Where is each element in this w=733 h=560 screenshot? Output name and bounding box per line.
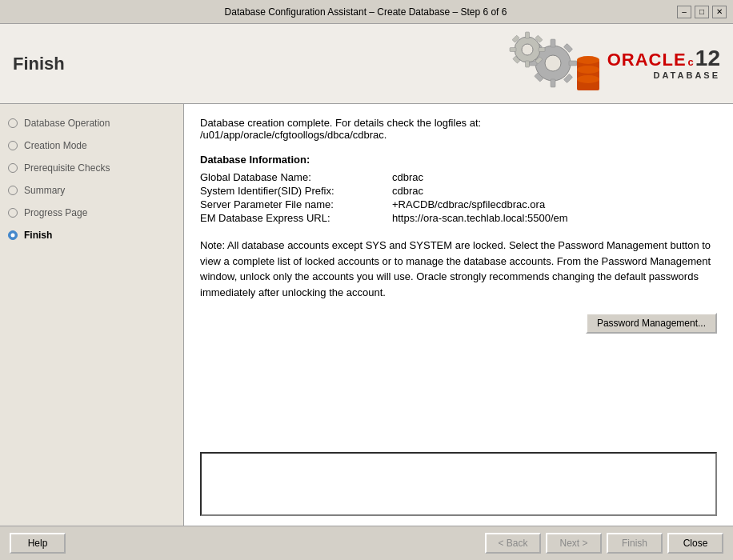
completion-message: Database creation complete. For details … [200,117,717,141]
maximize-button[interactable]: □ [695,6,709,18]
step-icon-2 [6,139,19,152]
header: Finish [0,24,733,104]
svg-rect-15 [510,48,516,52]
step-icon-6 [6,229,19,242]
db-info-row: System Identifier(SID) Prefix:cdbrac [200,184,568,198]
step-icon-3 [6,162,19,174]
main-window: Finish [0,24,733,560]
step-icon-5 [6,206,19,219]
sidebar-item-progress-page[interactable]: Progress Page [0,202,183,224]
db-info-value: +RACDB/cdbrac/spfilecdbrac.ora [392,198,568,211]
title-bar: Database Configuration Assistant – Creat… [0,0,733,24]
completion-line2: /u01/app/oracle/cfgtoollogs/dbca/cdbrac. [200,129,717,141]
db-info-label: System Identifier(SID) Prefix: [200,184,392,198]
svg-point-23 [577,75,599,83]
minimize-button[interactable]: – [677,6,691,18]
sidebar-item-finish[interactable]: Finish [0,224,183,246]
footer-left: Help [10,533,66,554]
oracle-db-label: DATABASE [654,70,720,80]
sidebar-item-prerequisite-checks[interactable]: Prerequisite Checks [0,157,183,179]
body: Database Operation Creation Mode Prerequ… [0,104,733,526]
sidebar-item-creation-mode[interactable]: Creation Mode [0,134,183,157]
step-icon-4 [6,184,19,197]
svg-point-1 [545,55,561,71]
password-btn-row: Password Management... [200,313,717,334]
db-info-section: Database Information: Global Database Na… [200,154,717,225]
db-info-value: https://ora-scan.techlab.local:5500/em [392,211,568,225]
oracle-brand-text: ORACLE [607,50,687,70]
svg-rect-2 [551,39,555,47]
password-management-button[interactable]: Password Management... [586,313,717,334]
sidebar-label-creation-mode: Creation Mode [24,140,87,151]
oracle-version-suffix: c [688,57,694,67]
svg-point-21 [577,56,599,64]
svg-rect-4 [569,61,577,66]
close-window-button[interactable]: ✕ [712,6,727,18]
svg-point-22 [577,66,599,74]
footer-right: < Back Next > Finish Close [485,533,723,554]
next-button[interactable]: Next > [546,533,602,554]
completion-line1: Database creation complete. For details … [200,117,717,129]
db-info-row: Global Database Name:cdbrac [200,170,568,184]
db-info-label: Global Database Name: [200,170,392,184]
finish-button[interactable]: Finish [607,533,663,554]
svg-rect-12 [525,32,529,38]
svg-rect-3 [551,79,555,87]
content-body: Database creation complete. For details … [184,104,733,446]
db-info-label: EM Database Express URL: [200,211,392,225]
title-bar-text: Database Configuration Assistant – Creat… [54,6,677,18]
sidebar-label-finish: Finish [24,230,52,241]
sidebar-item-summary[interactable]: Summary [0,179,183,202]
step-icon-1 [6,117,19,130]
svg-rect-13 [525,61,529,67]
oracle-version: 12 [695,47,720,70]
db-info-value: cdbrac [392,170,568,184]
db-info-row: EM Database Express URL:https://ora-scan… [200,211,568,225]
back-button[interactable]: < Back [485,533,541,554]
sidebar-label-summary: Summary [24,185,65,196]
footer: Help < Back Next > Finish Close [0,526,733,560]
sidebar-item-database-operation[interactable]: Database Operation [0,112,183,134]
db-info-table: Global Database Name:cdbracSystem Identi… [200,170,568,225]
db-info-title: Database Information: [200,154,717,166]
note-section: Note: All database accounts except SYS a… [200,238,717,300]
sidebar: Database Operation Creation Mode Prerequ… [0,104,184,526]
oracle-text-logo: ORACLE c 12 DATABASE [607,47,720,80]
oracle-logo: ORACLE c 12 DATABASE [497,30,720,98]
svg-point-11 [522,44,533,55]
content-area: Database creation complete. For details … [184,104,733,526]
db-info-value: cdbrac [392,184,568,198]
help-button[interactable]: Help [10,533,66,554]
sidebar-label-progress-page: Progress Page [24,207,87,218]
close-button[interactable]: Close [667,533,723,554]
db-info-row: Server Parameter File name:+RACDB/cdbrac… [200,198,568,211]
log-area [200,452,717,516]
gear-icon [497,30,601,98]
sidebar-label-database-operation: Database Operation [24,118,110,129]
page-title: Finish [13,54,65,74]
db-info-label: Server Parameter File name: [200,198,392,211]
title-bar-controls: – □ ✕ [677,6,727,18]
svg-rect-14 [539,48,545,52]
sidebar-label-prerequisite-checks: Prerequisite Checks [24,162,110,174]
